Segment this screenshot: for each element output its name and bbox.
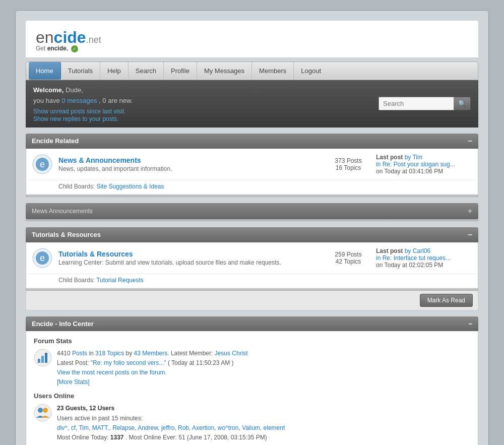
child-board-link-tutorial-requests[interactable]: Tutorial Requests <box>96 277 144 284</box>
info-center-header: Encide - Info Center − <box>26 316 478 331</box>
forum-topics-news: 16 Topics <box>331 164 366 171</box>
child-label-tutorials: Child Boards: <box>58 277 95 284</box>
latest-member-link[interactable]: Jesus Christ <box>215 350 248 357</box>
mark-as-read-button[interactable]: Mark As Read <box>420 294 473 307</box>
last-post-by-news[interactable]: by Tim <box>405 154 422 161</box>
latest-post-link[interactable]: "Re: my folio second vers..." <box>91 359 166 366</box>
welcome-new: , 0 are new. <box>99 97 133 104</box>
new-replies-link[interactable]: Show new replies to your posts. <box>33 115 118 122</box>
nav-search[interactable]: Search <box>129 62 164 80</box>
user-link-8[interactable]: Axertion <box>192 424 214 431</box>
svg-point-10 <box>34 404 51 421</box>
nav-help[interactable]: Help <box>100 62 129 80</box>
search-area: 🔍 <box>379 97 471 110</box>
most-online-today-label: Most Online Today: <box>57 434 110 441</box>
nav-logout[interactable]: Logout <box>294 62 328 80</box>
svg-rect-7 <box>38 359 40 363</box>
stats-icon <box>34 349 52 367</box>
svg-rect-9 <box>45 353 47 363</box>
forum-desc-tutorials: Learning Center: Submit and view tutoria… <box>58 259 326 266</box>
last-post-by-tutorials[interactable]: by Carl06 <box>405 247 430 255</box>
forum-posts-news: 373 Posts <box>331 157 366 164</box>
forum-title-news[interactable]: News & Announcements <box>58 156 141 164</box>
stats-topics-link[interactable]: 318 Topics <box>95 350 124 357</box>
welcome-messages-link[interactable]: 0 messages <box>61 97 97 104</box>
welcome-username: Dude, <box>66 86 83 94</box>
view-recent-link[interactable]: View the most recent posts on the forum. <box>57 369 167 376</box>
user-link-11[interactable]: element <box>264 424 285 431</box>
encide-related-toggle[interactable]: − <box>468 137 472 145</box>
mark-read-bar: Mark As Read <box>26 291 478 310</box>
user-link-7[interactable]: Rob <box>178 424 189 431</box>
guest-user-count: 23 Guests, 12 Users <box>57 405 114 412</box>
info-center-toggle[interactable]: − <box>468 320 472 328</box>
child-label-news: Child Boards: <box>58 183 95 190</box>
tutorials-title: Tutorials & Resources <box>32 231 101 238</box>
more-stats-link[interactable]: [More Stats] <box>57 378 90 386</box>
nav-tutorials[interactable]: Tutorials <box>61 62 100 80</box>
search-button[interactable]: 🔍 <box>454 97 471 110</box>
unread-posts-link[interactable]: Show unread posts since last visit. <box>33 108 125 115</box>
nav-profile[interactable]: Profile <box>164 62 197 80</box>
child-board-link-1[interactable]: Site Suggestions & Ideas <box>96 183 164 190</box>
encide-related-title: Encide Related <box>32 137 79 145</box>
svg-text:e: e <box>40 159 45 169</box>
mews-toggle[interactable]: + <box>468 207 472 216</box>
encide-related-section: e News & Announcements News, updates, an… <box>26 149 478 195</box>
navigation: Home Tutorials Help Search Profile My Me… <box>26 61 478 80</box>
tutorials-resources-row: e Tutorials & Resources Learning Center:… <box>26 242 478 274</box>
forum-stats-title: Forum Stats <box>34 337 470 345</box>
check-icon: ✓ <box>71 45 78 52</box>
user-link-4[interactable]: Relapse <box>112 424 135 431</box>
child-boards-news: Child Boards: Site Suggestions & Ideas <box>26 180 478 195</box>
welcome-label: Welcome, <box>33 86 64 94</box>
forum-posts-tutorials: 259 Posts <box>331 251 366 258</box>
forum-icon-tutorials: e <box>32 248 52 268</box>
forum-stats-news: 373 Posts 16 Topics <box>326 157 371 171</box>
users-online-text: 23 Guests, 12 Users Users active in past… <box>57 404 285 442</box>
logo-en: en <box>36 28 54 46</box>
forum-stats-row: 4410 Posts in 318 Topics by 43 Members. … <box>34 349 470 388</box>
news-announcements-row: e News & Announcements News, updates, an… <box>26 149 478 180</box>
tutorials-toggle[interactable]: − <box>468 231 472 239</box>
most-online-today-count: 1337 <box>110 434 124 441</box>
mews-announcements-bar[interactable]: Mews Announcements + <box>26 203 478 219</box>
logo-cide: cide <box>54 28 86 46</box>
last-post-in-news[interactable]: in Re: Post your slogan sug... <box>376 161 455 168</box>
search-input[interactable] <box>379 97 454 110</box>
nav-home[interactable]: Home <box>29 62 61 80</box>
info-center-body: Forum Stats 4410 Posts in 318 Topics by … <box>26 331 478 445</box>
svg-text:e: e <box>40 253 45 263</box>
last-post-on-news: on Today at 03:41:06 PM <box>376 168 443 175</box>
user-link-6[interactable]: jeffro <box>161 424 174 431</box>
user-link-2[interactable]: Tim <box>79 424 89 431</box>
last-post-in-tutorials[interactable]: in Re: Interface tut reques... <box>376 255 451 262</box>
welcome-text: Welcome, Dude, you have 0 messages , 0 a… <box>33 85 133 106</box>
forum-lastpost-news: Last post by Tim in Re: Post your slogan… <box>371 154 472 175</box>
nav-messages[interactable]: My Messages <box>197 62 252 80</box>
users-online-row: 23 Guests, 12 Users Users active in past… <box>34 404 470 442</box>
user-link-5[interactable]: Andrew <box>138 424 158 431</box>
info-center: Encide - Info Center − Forum Stats 4410 … <box>26 316 478 445</box>
last-post-on-tutorials: on Today at 02:02:05 PM <box>376 262 443 269</box>
user-link-1[interactable]: cf <box>71 424 76 431</box>
svg-rect-8 <box>41 356 44 363</box>
user-link-3[interactable]: MATT. <box>92 424 109 431</box>
online-icon <box>34 404 52 422</box>
encide-related-header: Encide Related − <box>26 134 478 149</box>
user-link-9[interactable]: wo^tron <box>218 424 239 431</box>
stats-posts-count: 4410 <box>57 350 71 357</box>
user-link-0[interactable]: div^ <box>57 424 68 431</box>
info-center-title: Encide - Info Center <box>32 320 94 328</box>
most-online-ever: . Most Online Ever: 51 (June 17, 2008, 0… <box>125 434 267 441</box>
forum-desc-news: News, updates, and important information… <box>58 165 326 172</box>
forum-info-tutorials: Tutorials & Resources Learning Center: S… <box>58 250 326 266</box>
forum-title-tutorials[interactable]: Tutorials & Resources <box>58 250 133 258</box>
svg-point-11 <box>38 408 43 413</box>
nav-members[interactable]: Members <box>252 62 294 80</box>
stats-posts-link[interactable]: Posts <box>72 350 87 357</box>
svg-point-12 <box>43 408 48 413</box>
mews-divider <box>26 219 478 221</box>
user-link-10[interactable]: Valium <box>242 424 260 431</box>
stats-members-link[interactable]: 43 Members <box>134 350 168 357</box>
